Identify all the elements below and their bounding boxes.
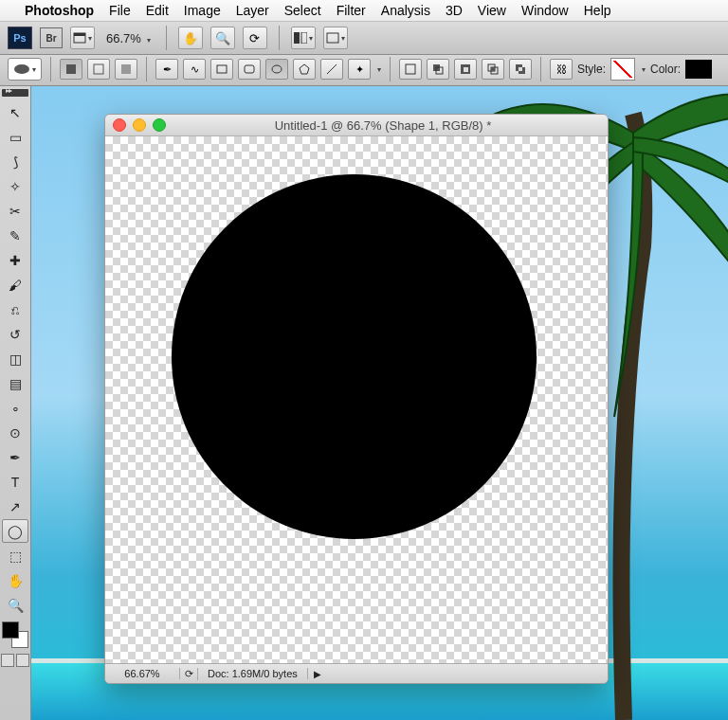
add-path-icon [432,63,444,75]
status-doc-size[interactable]: Doc: 1.69M/0 bytes [198,668,308,679]
svg-rect-6 [66,64,76,74]
ellipse-icon [271,63,282,75]
hand-tool-button[interactable]: ✋ [178,27,203,49]
svg-rect-9 [217,65,227,73]
minimize-window-button[interactable] [133,118,146,132]
3d-tool[interactable]: ⬚ [2,544,28,567]
menu-image[interactable]: Image [184,3,221,18]
zoom-tool-button[interactable]: 🔍 [210,27,235,49]
status-menu-arrow[interactable]: ▶ [308,669,327,679]
dodge-tool[interactable]: ⊙ [2,421,28,444]
pen-shape-button[interactable]: ✒ [155,59,178,80]
status-zoom[interactable]: 66.67% [105,668,180,679]
eraser-tool[interactable]: ◫ [2,347,28,370]
menu-layer[interactable]: Layer [236,3,269,18]
blur-tool[interactable]: ∘ [2,396,28,420]
healing-brush-tool[interactable]: ✚ [2,248,28,272]
menu-file[interactable]: File [109,3,131,18]
magic-wand-tool[interactable]: ✧ [2,174,28,198]
path-select-tool[interactable]: ↗ [2,495,28,518]
shape-layers-button[interactable] [60,59,82,80]
zoom-level-display[interactable]: 66.7% ▾ [102,31,155,45]
lasso-tool[interactable]: ⟆ [2,150,28,173]
svg-rect-14 [406,64,415,74]
polygon-shape-button[interactable] [293,59,316,80]
ps-home-icon[interactable]: Ps [8,27,32,49]
freeform-pen-button[interactable]: ∿ [183,59,206,80]
quick-mask-button[interactable] [16,654,29,667]
foreground-color-swatch[interactable] [2,621,19,639]
bridge-button[interactable]: Br [40,27,63,48]
brush-tool[interactable]: 🖌 [2,273,28,297]
paths-button[interactable] [87,59,110,80]
foreground-background-colors[interactable] [2,621,28,648]
pen-tool[interactable]: ✒ [2,445,28,469]
svg-rect-1 [74,33,85,36]
menu-filter[interactable]: Filter [337,3,366,18]
screen-mode-button[interactable]: ▾ [70,27,95,49]
marquee-tool[interactable]: ▭ [2,125,28,149]
ellipse-shape-tool[interactable]: ◯ [2,519,28,543]
custom-shape-icon: ✦ [355,63,364,76]
ellipse-shape-button[interactable] [265,59,288,80]
menu-select[interactable]: Select [284,3,321,18]
shape-options-dropdown[interactable]: ▾ [377,65,381,74]
rectangle-icon [216,63,228,75]
canvas[interactable] [105,136,608,663]
screen-layout-button[interactable]: ▾ [323,27,348,49]
hand-tool[interactable]: ✋ [2,568,28,592]
tools-panel-handle[interactable] [2,89,28,97]
tool-preset-picker[interactable]: ▾ [8,58,42,81]
link-layers-button[interactable]: ⛓ [550,59,573,80]
fill-color-swatch[interactable] [685,60,712,79]
chevron-down-icon[interactable]: ▾ [642,65,646,74]
shape-ellipse-black[interactable] [172,174,537,539]
path-add-button[interactable] [427,59,449,80]
line-shape-button[interactable] [320,59,343,80]
svg-rect-4 [327,33,338,43]
style-picker[interactable] [610,58,635,81]
rotate-view-button[interactable]: ⟳ [243,27,267,49]
menu-3d[interactable]: 3D [446,3,463,18]
custom-shape-button[interactable]: ✦ [348,59,371,80]
rounded-rect-shape-button[interactable] [238,59,261,80]
clone-stamp-tool[interactable]: ⎌ [2,297,28,321]
eyedropper-tool[interactable]: ✎ [2,224,28,247]
history-brush-tool[interactable]: ↺ [2,322,28,346]
svg-rect-2 [294,32,300,44]
crop-tool[interactable]: ✂ [2,199,28,223]
zoom-window-button[interactable] [153,118,166,132]
window-titlebar[interactable]: Untitled-1 @ 66.7% (Shape 1, RGB/8) * [105,115,608,136]
menu-view[interactable]: View [478,3,506,18]
menu-analysis[interactable]: Analysis [381,3,430,18]
rounded-rect-icon [244,63,255,75]
move-tool[interactable]: ↖ [2,100,28,124]
zoom-tool[interactable]: 🔍 [2,593,28,617]
arrange-documents-button[interactable]: ▾ [291,27,316,49]
chevron-down-icon: ▾ [309,34,313,43]
screen-mode-icon [73,32,86,44]
menu-edit[interactable]: Edit [146,3,169,18]
path-new-button[interactable] [399,59,422,80]
menu-window[interactable]: Window [521,3,569,18]
svg-rect-18 [464,67,468,72]
tools-panel: ↖▭⟆✧✂✎✚🖌⎌↺◫▤∘⊙✒T↗◯⬚✋🔍 [0,85,31,720]
standard-mode-button[interactable] [1,654,14,667]
chevron-down-icon: ▾ [341,34,345,43]
status-refresh-icon[interactable]: ⟳ [180,668,198,680]
link-icon: ⛓ [556,63,567,75]
rectangle-shape-button[interactable] [210,59,233,80]
type-tool[interactable]: T [2,470,28,494]
svg-rect-8 [121,64,131,74]
close-window-button[interactable] [113,118,126,132]
svg-marker-12 [300,64,309,74]
path-exclude-button[interactable] [509,59,532,80]
fill-pixels-button[interactable] [115,59,137,80]
chevron-down-icon: ▾ [147,36,151,45]
path-subtract-button[interactable] [454,59,477,80]
app-menu[interactable]: Photoshop [25,3,94,18]
menu-help[interactable]: Help [584,3,611,18]
gradient-tool[interactable]: ▤ [2,371,28,395]
path-intersect-button[interactable] [482,59,504,80]
chevron-down-icon: ▾ [88,34,92,43]
